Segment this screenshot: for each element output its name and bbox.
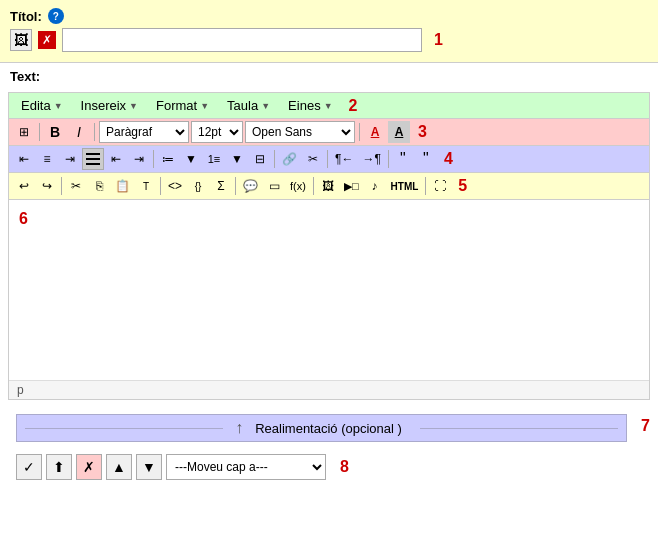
insereix-arrow: ▼ <box>129 101 138 111</box>
move-down-btn[interactable]: ▼ <box>136 454 162 480</box>
delete-btn[interactable]: ✗ <box>76 454 102 480</box>
divider-9 <box>160 177 161 195</box>
divider-10 <box>235 177 236 195</box>
bold-btn[interactable]: B <box>44 121 66 143</box>
para-left-btn[interactable]: ¶← <box>331 148 357 170</box>
paste-btn[interactable]: 📋 <box>111 175 134 197</box>
fontsize-select[interactable]: 12pt <box>191 121 243 143</box>
check-btn[interactable]: ✓ <box>16 454 42 480</box>
rectangle-btn[interactable]: ▭ <box>263 175 285 197</box>
undo-btn[interactable]: ↩ <box>13 175 35 197</box>
svg-rect-2 <box>86 163 100 165</box>
align-justify-btn[interactable] <box>82 148 104 170</box>
html-btn[interactable]: HTML <box>387 175 423 197</box>
link-btn[interactable]: 🔗 <box>278 148 301 170</box>
row-label-2: 2 <box>349 97 358 115</box>
list-ul-arrow-btn[interactable]: ▼ <box>180 148 202 170</box>
divider-5 <box>274 150 275 168</box>
editor-statusbar: p <box>9 380 649 399</box>
cut-btn[interactable]: ✂ <box>65 175 87 197</box>
music-btn[interactable]: ♪ <box>364 175 386 197</box>
menu-format[interactable]: Format ▼ <box>148 96 217 115</box>
list-reduce-btn[interactable]: ⊟ <box>249 148 271 170</box>
indent-right-btn[interactable]: ⇥ <box>128 148 150 170</box>
paragraph-select[interactable]: Paràgraf <box>99 121 189 143</box>
menu-taula[interactable]: Taula ▼ <box>219 96 278 115</box>
divider-4 <box>153 150 154 168</box>
quote-close-btn[interactable]: " <box>415 148 437 170</box>
toolbar-extra: ↩ ↪ ✂ ⎘ 📋 T <> {} Σ 💬 ▭ f(x) 🖼 ▶□ ♪ HTML… <box>9 173 649 200</box>
taula-arrow: ▼ <box>261 101 270 111</box>
move-select[interactable]: ---Moveu cap a--- <box>166 454 326 480</box>
menu-insereix[interactable]: Insereix ▼ <box>73 96 146 115</box>
row-label-4: 4 <box>444 150 453 168</box>
svg-rect-1 <box>86 158 100 160</box>
feedback-section: ↑ Realimentació (opcional ) <box>16 414 627 442</box>
feedback-line-right <box>420 428 618 429</box>
row-label-5: 5 <box>458 177 467 195</box>
title-delete-icon[interactable]: ✗ <box>38 31 56 49</box>
editor-content-area[interactable]: 6 <box>9 200 649 380</box>
redo-btn[interactable]: ↪ <box>36 175 58 197</box>
divider-6 <box>327 150 328 168</box>
toolbar-menus: Edita ▼ Insereix ▼ Format ▼ Taula ▼ Eine… <box>9 93 649 119</box>
list-ul-btn[interactable]: ≔ <box>157 148 179 170</box>
comment-btn[interactable]: 💬 <box>239 175 262 197</box>
status-p: p <box>17 383 24 397</box>
italic-btn[interactable]: I <box>68 121 90 143</box>
feedback-label: Realimentació (opcional ) <box>255 421 402 436</box>
help-icon[interactable]: ? <box>48 8 64 24</box>
divider-3 <box>359 123 360 141</box>
row-label-7: 7 <box>641 417 650 435</box>
title-image-icon[interactable]: 🖼 <box>10 29 32 51</box>
indent-left-btn[interactable]: ⇤ <box>105 148 127 170</box>
action-bar: ✓ ⬆ ✗ ▲ ▼ ---Moveu cap a--- <box>16 454 326 480</box>
divider-11 <box>313 177 314 195</box>
sum-btn[interactable]: Σ <box>210 175 232 197</box>
paste-plain-btn[interactable]: T <box>135 175 157 197</box>
feedback-toggle-btn[interactable]: ↑ <box>235 419 243 437</box>
align-left-btn[interactable]: ⇤ <box>13 148 35 170</box>
action-bar-row: ✓ ⬆ ✗ ▲ ▼ ---Moveu cap a--- 8 <box>8 450 650 484</box>
para-right-btn[interactable]: →¶ <box>358 148 384 170</box>
fullscreen-btn[interactable]: ⛶ <box>429 175 451 197</box>
divider-8 <box>61 177 62 195</box>
row-label-8: 8 <box>340 458 349 476</box>
upload-btn[interactable]: ⬆ <box>46 454 72 480</box>
title-input[interactable] <box>62 28 422 52</box>
divider-2 <box>94 123 95 141</box>
svg-rect-0 <box>86 153 100 155</box>
row-label-1: 1 <box>434 31 443 49</box>
divider-12 <box>425 177 426 195</box>
format-arrow: ▼ <box>200 101 209 111</box>
list-ol-btn[interactable]: 1≡ <box>203 148 225 170</box>
unlink-btn[interactable]: ✂ <box>302 148 324 170</box>
code-block-btn[interactable]: {} <box>187 175 209 197</box>
menu-eines[interactable]: Eines ▼ <box>280 96 340 115</box>
divider-7 <box>388 150 389 168</box>
divider-1 <box>39 123 40 141</box>
row-label-3: 3 <box>418 123 427 141</box>
feedback-row: ↑ Realimentació (opcional ) 7 <box>8 406 650 446</box>
move-up-btn[interactable]: ▲ <box>106 454 132 480</box>
align-right-btn[interactable]: ⇥ <box>59 148 81 170</box>
quote-open-btn[interactable]: " <box>392 148 414 170</box>
menu-edita[interactable]: Edita ▼ <box>13 96 71 115</box>
text-section: Text: <box>0 63 658 92</box>
table-btn[interactable]: ⊞ <box>13 121 35 143</box>
list-ol-arrow-btn[interactable]: ▼ <box>226 148 248 170</box>
font-select[interactable]: Open Sans <box>245 121 355 143</box>
media-btn[interactable]: ▶□ <box>340 175 363 197</box>
font-color-btn[interactable]: A <box>364 121 386 143</box>
feedback-line-left <box>25 428 223 429</box>
eines-arrow: ▼ <box>324 101 333 111</box>
code-inline-btn[interactable]: <> <box>164 175 186 197</box>
copy-btn[interactable]: ⎘ <box>88 175 110 197</box>
toolbar-align: ⇤ ≡ ⇥ ⇤ ⇥ ≔ ▼ 1≡ ▼ ⊟ 🔗 ✂ ¶← →¶ " " 4 <box>9 146 649 173</box>
formula-btn[interactable]: f(x) <box>286 175 310 197</box>
align-center-btn[interactable]: ≡ <box>36 148 58 170</box>
bg-color-btn[interactable]: A <box>388 121 410 143</box>
editor-container: Edita ▼ Insereix ▼ Format ▼ Taula ▼ Eine… <box>8 92 650 400</box>
edita-arrow: ▼ <box>54 101 63 111</box>
image-btn[interactable]: 🖼 <box>317 175 339 197</box>
